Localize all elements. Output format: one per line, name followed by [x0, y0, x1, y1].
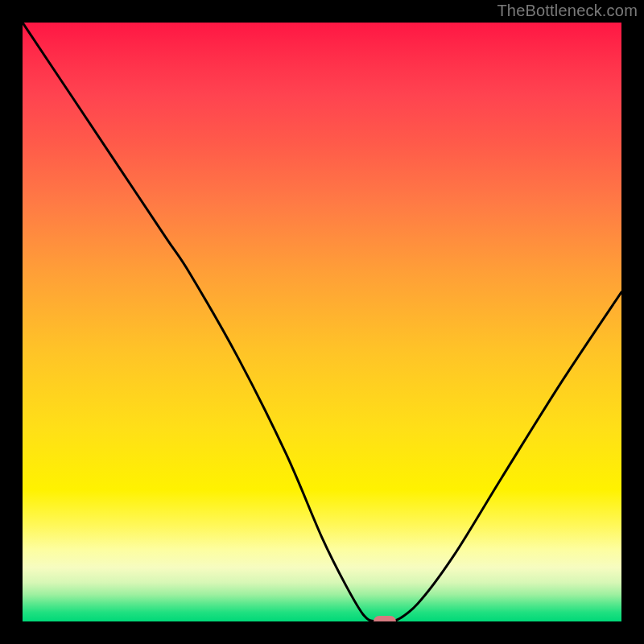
bottleneck-curve [23, 23, 621, 621]
watermark-text: TheBottleneck.com [497, 2, 638, 20]
plot-area [23, 23, 621, 621]
chart-frame: TheBottleneck.com [0, 0, 644, 644]
optimal-point-marker [374, 616, 396, 621]
